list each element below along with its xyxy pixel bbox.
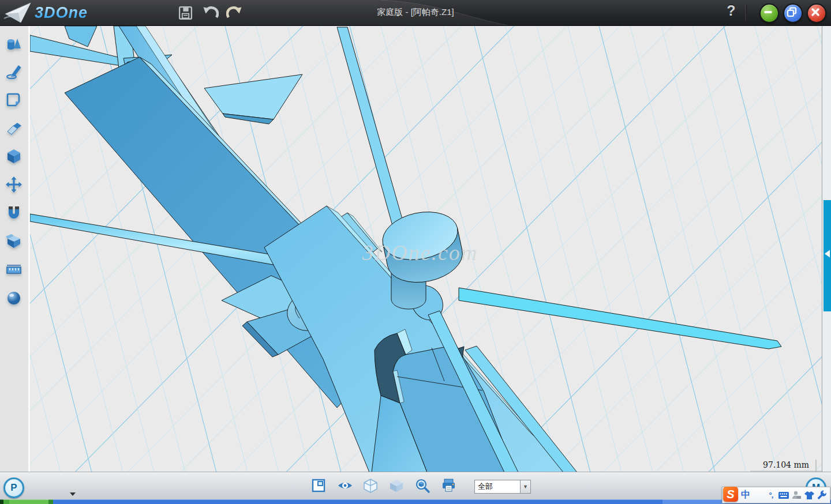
print-button[interactable] — [441, 478, 457, 494]
view-plane-icon — [311, 478, 326, 493]
redo-icon — [226, 5, 242, 21]
ime-skin-button[interactable] — [803, 488, 815, 502]
sidebar-tool-move-transform[interactable] — [5, 176, 24, 194]
ime-keyboard-button[interactable] — [777, 488, 790, 502]
ime-toolbar: S 中 °, — [722, 487, 830, 503]
save-icon — [178, 5, 193, 21]
eye-icon — [337, 478, 353, 493]
statusbar-caret[interactable] — [70, 492, 76, 496]
expand-left-icon — [824, 249, 830, 258]
watermark: 3DOne.com — [362, 240, 478, 265]
display-filter-value[interactable]: 全部 — [474, 480, 521, 494]
sidebar-tool-eraser-edit[interactable] — [5, 119, 24, 138]
tool-sidebar — [0, 26, 30, 472]
app-logo: 3DOne — [3, 1, 88, 24]
close-button[interactable] — [807, 3, 826, 23]
save-button[interactable] — [177, 4, 194, 21]
statusbar: P — [0, 472, 831, 500]
tshirt-icon — [804, 490, 815, 501]
properties-button[interactable]: P — [3, 477, 24, 498]
magnet-icon — [5, 204, 23, 221]
undo-button[interactable] — [202, 4, 219, 21]
close-icon — [808, 5, 823, 20]
panel-expand-tab[interactable] — [823, 200, 831, 311]
cube-icon — [5, 148, 23, 165]
plane-outline-icon — [5, 91, 23, 108]
solids-icon — [5, 36, 23, 53]
moon-icon — [753, 490, 763, 501]
ruler-icon — [5, 261, 23, 278]
sidebar-tool-sketch-draw[interactable] — [5, 63, 24, 81]
eraser-icon — [5, 119, 23, 137]
visibility-button[interactable] — [337, 478, 353, 494]
ime-fullhalf-toggle[interactable] — [752, 488, 765, 502]
redo-button[interactable] — [226, 4, 243, 21]
view-plane-button[interactable] — [311, 478, 327, 494]
ime-settings-button[interactable] — [815, 488, 828, 502]
sidebar-tool-primitive-solids[interactable] — [5, 36, 24, 54]
restore-button[interactable] — [783, 3, 803, 23]
ime-dictionary-button[interactable] — [790, 488, 803, 502]
sidebar-tool-feature-cube[interactable] — [5, 148, 24, 166]
3done-window: 3DOne 家庭版 - [阿帕奇.Z1] ? — [0, 0, 831, 504]
shaded-cube-icon — [389, 478, 404, 493]
brand-text: 3DOne — [35, 4, 88, 22]
sidebar-tool-sketch-plane[interactable] — [5, 91, 24, 110]
restore-icon — [784, 5, 799, 20]
sidebar-tool-combine-box[interactable] — [5, 232, 24, 251]
minimize-button[interactable] — [759, 3, 779, 23]
help-button[interactable]: ? — [723, 2, 740, 22]
zoom-view-button[interactable] — [415, 478, 431, 494]
measurement-readout: 97.104 mm — [763, 460, 809, 469]
keyboard-icon — [778, 491, 789, 500]
dropdown-arrow-icon[interactable]: ▼ — [521, 480, 531, 494]
pencil-icon — [5, 63, 23, 80]
display-filter-dropdown[interactable]: 全部 ▼ — [474, 480, 531, 494]
ime-language-toggle[interactable]: 中 — [739, 488, 752, 502]
zoom-magnifier-icon — [415, 478, 431, 494]
minimize-icon — [761, 5, 776, 20]
wireframe-cube-icon — [363, 478, 378, 493]
sidebar-tool-magnet-constraint[interactable] — [5, 204, 24, 223]
scene: 3DOne.com 97.104 mm — [30, 26, 822, 472]
sphere-icon — [5, 289, 23, 306]
printer-icon — [441, 478, 456, 493]
sogou-logo[interactable]: S — [723, 487, 738, 502]
paper-plane-icon — [3, 1, 32, 24]
titlebar-divider — [746, 5, 747, 20]
sidebar-tool-material-sphere[interactable] — [5, 289, 24, 307]
open-box-icon — [5, 232, 23, 250]
undo-icon — [203, 5, 219, 21]
titlebar: 3DOne 家庭版 - [阿帕奇.Z1] ? — [0, 0, 831, 26]
sidebar-tool-measure-ruler[interactable] — [5, 261, 24, 279]
os-taskbar-edge — [0, 499, 831, 504]
shaded-display-button[interactable] — [389, 478, 405, 494]
viewport-canvas[interactable]: 3DOne.com 97.104 mm — [30, 26, 822, 472]
wrench-icon — [817, 490, 827, 501]
wireframe-display-button[interactable] — [363, 478, 379, 494]
window-title: 家庭版 - [阿帕奇.Z1] — [377, 7, 454, 18]
move-arrows-icon — [5, 176, 23, 193]
person-icon — [791, 490, 802, 501]
main-rotor-blade-right — [459, 288, 781, 349]
ime-punctuation-toggle[interactable]: °, — [765, 488, 777, 502]
